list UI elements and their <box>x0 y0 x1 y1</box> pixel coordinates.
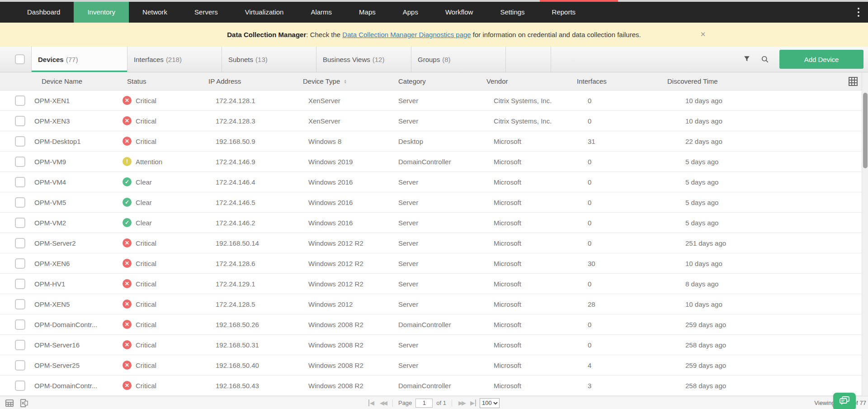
table-row[interactable]: OPM-XEN5 ✕ Critical 172.24.128.5 Windows… <box>0 294 868 314</box>
table-row[interactable]: OPM-Desktop1 ✕ Critical 192.168.50.9 Win… <box>0 131 868 152</box>
device-name[interactable]: OPM-XEN6 <box>27 253 115 273</box>
row-checkbox[interactable] <box>15 95 25 106</box>
device-name[interactable]: OPM-VM2 <box>27 213 115 233</box>
nav-item-settings[interactable]: Settings <box>486 2 538 23</box>
nav-item-alarms[interactable]: Alarms <box>297 2 345 23</box>
critical-status-icon: ✕ <box>123 137 132 146</box>
device-name[interactable]: OPM-Desktop1 <box>27 131 115 151</box>
nav-item-apps[interactable]: Apps <box>389 2 432 23</box>
device-name[interactable]: OPM-VM9 <box>27 152 115 171</box>
row-checkbox[interactable] <box>15 360 25 371</box>
device-name[interactable]: OPM-DomainContr... <box>27 314 115 334</box>
table-row[interactable]: OPM-Server16 ✕ Critical 192.168.50.31 Wi… <box>0 335 868 355</box>
device-type: Windows 2008 R2 <box>298 376 391 395</box>
table-row[interactable]: OPM-XEN6 ✕ Critical 172.24.128.6 Windows… <box>0 253 868 274</box>
diagnostics-page-link[interactable]: Data Collection Manager Diagnostics page <box>342 31 471 38</box>
device-name[interactable]: OPM-HV1 <box>27 274 115 294</box>
table-row[interactable]: OPM-VM4 ✓ Clear 172.24.146.4 Windows 201… <box>0 172 868 192</box>
discovered-time: 258 days ago <box>660 335 868 355</box>
table-row[interactable]: OPM-XEN1 ✕ Critical 172.24.128.1 XenServ… <box>0 90 868 111</box>
sort-icons[interactable]: ▲▼ <box>344 79 347 84</box>
select-all-checkbox[interactable] <box>15 54 25 64</box>
row-checkbox[interactable] <box>15 116 25 126</box>
tab-interfaces[interactable]: Interfaces(218) <box>127 47 222 72</box>
row-checkbox[interactable] <box>15 177 25 187</box>
row-checkbox[interactable] <box>15 238 25 248</box>
column-discovered-time[interactable]: Discovered Time <box>660 72 868 90</box>
column-status[interactable]: Status <box>115 72 201 90</box>
table-row[interactable]: OPM-XEN3 ✕ Critical 172.24.128.3 XenServ… <box>0 111 868 131</box>
tab-subnets[interactable]: Subnets(13) <box>222 47 316 72</box>
table-row[interactable]: OPM-HV1 ✕ Critical 172.24.129.1 Windows … <box>0 274 868 294</box>
device-name[interactable]: OPM-XEN3 <box>27 111 115 131</box>
prev-page-button[interactable]: ◀◀ <box>379 399 387 406</box>
nav-item-maps[interactable]: Maps <box>345 2 389 23</box>
first-page-button[interactable]: ◀ <box>368 399 375 406</box>
device-name[interactable]: OPM-VM5 <box>27 192 115 212</box>
nav-item-workflow[interactable]: Workflow <box>432 2 486 23</box>
row-checkbox[interactable] <box>15 136 25 147</box>
search-icon[interactable] <box>756 50 774 68</box>
vertical-scrollbar[interactable] <box>862 72 868 396</box>
table-row[interactable]: OPM-Server2 ✕ Critical 192.168.50.14 Win… <box>0 233 868 253</box>
row-checkbox[interactable] <box>15 279 25 289</box>
column-chooser-icon[interactable] <box>841 77 858 86</box>
status-cell: ✕ Critical <box>115 376 201 395</box>
interfaces-count: 0 <box>570 274 660 294</box>
discovered-time: 259 days ago <box>660 355 868 375</box>
tab-devices[interactable]: Devices(77) <box>32 47 127 72</box>
table-row[interactable]: OPM-VM5 ✓ Clear 172.24.146.5 Windows 201… <box>0 192 868 213</box>
table-row[interactable]: OPM-DomainContr... ✕ Critical 192.168.50… <box>0 376 868 396</box>
column-category[interactable]: Category <box>391 72 479 90</box>
nav-item-network[interactable]: Network <box>129 2 181 23</box>
table-row[interactable]: OPM-VM2 ✓ Clear 172.24.146.2 Windows 201… <box>0 213 868 233</box>
row-checkbox[interactable] <box>15 319 25 330</box>
banner-close-icon[interactable]: ✕ <box>698 30 708 39</box>
row-checkbox[interactable] <box>15 299 25 309</box>
row-checkbox[interactable] <box>15 157 25 167</box>
discovered-time: 10 days ago <box>660 253 868 273</box>
device-name[interactable]: OPM-Server25 <box>27 355 115 375</box>
device-name[interactable]: OPM-Server2 <box>27 233 115 253</box>
nav-item-virtualization[interactable]: Virtualization <box>231 2 297 23</box>
more-menu-icon[interactable] <box>854 6 863 19</box>
next-page-button[interactable]: ▶▶ <box>458 399 466 406</box>
page-size-select[interactable]: 100 <box>480 398 500 408</box>
table-row[interactable]: OPM-VM9 ! Attention 172.24.146.9 Windows… <box>0 152 868 172</box>
table-row[interactable]: OPM-DomainContr... ✕ Critical 192.168.50… <box>0 314 868 335</box>
column-device-type[interactable]: Device Type ▲▼ <box>298 72 391 90</box>
device-name[interactable]: OPM-XEN5 <box>27 294 115 314</box>
tab-business-views[interactable]: Business Views(12) <box>316 47 411 72</box>
row-checkbox[interactable] <box>15 340 25 350</box>
nav-item-dashboard[interactable]: Dashboard <box>14 2 74 23</box>
row-checkbox[interactable] <box>15 380 25 391</box>
row-checkbox[interactable] <box>15 197 25 208</box>
row-checkbox[interactable] <box>15 258 25 269</box>
device-name[interactable]: OPM-VM4 <box>27 172 115 192</box>
nav-item-servers[interactable]: Servers <box>181 2 231 23</box>
status-label: Clear <box>136 219 152 227</box>
table-row[interactable]: OPM-Server25 ✕ Critical 192.168.50.40 Wi… <box>0 355 868 376</box>
row-checkbox[interactable] <box>15 218 25 228</box>
column-interfaces[interactable]: Interfaces <box>570 72 660 90</box>
add-device-button[interactable]: Add Device <box>779 50 863 69</box>
device-name[interactable]: OPM-DomainContr... <box>27 376 115 395</box>
device-name[interactable]: OPM-Server16 <box>27 335 115 355</box>
device-type: Windows 2012 R2 <box>298 253 391 273</box>
scrollbar-thumb[interactable] <box>863 93 868 168</box>
filter-icon[interactable] <box>738 50 756 68</box>
device-name[interactable]: OPM-XEN1 <box>27 90 115 110</box>
column-vendor[interactable]: Vendor <box>479 72 570 90</box>
tab-groups[interactable]: Groups(8) <box>411 47 506 72</box>
chat-widget-button[interactable] <box>833 393 856 409</box>
page-number-input[interactable] <box>415 399 433 408</box>
device-type: XenServer <box>298 111 391 131</box>
nav-item-reports[interactable]: Reports <box>538 2 590 23</box>
column-ip-address[interactable]: IP Address <box>201 72 298 90</box>
nav-item-inventory[interactable]: Inventory <box>74 2 129 23</box>
vendor: Microsoft <box>479 314 570 334</box>
interfaces-count: 0 <box>570 233 660 253</box>
column-device-name[interactable]: Device Name <box>27 72 115 90</box>
header-checkbox-spacer <box>0 72 27 90</box>
last-page-button[interactable]: ▶ <box>469 399 476 406</box>
